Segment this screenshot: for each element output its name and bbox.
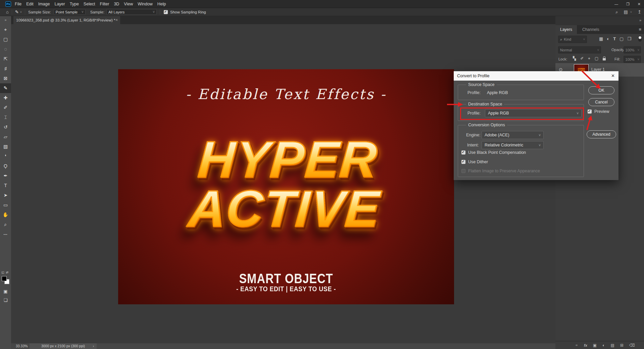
tool-blur[interactable]: ❛ [0, 151, 11, 161]
lock-all-icon[interactable] [603, 58, 606, 60]
tool-history-brush[interactable]: ↺ [0, 122, 11, 132]
tool-lasso[interactable]: ◌ [0, 44, 11, 54]
tool-rectangular-marquee[interactable]: ▢ [0, 35, 11, 44]
dialog-close-icon[interactable]: ✕ [611, 74, 615, 78]
share-icon[interactable]: ↥ [638, 9, 641, 14]
tool-healing-brush[interactable]: ✚ [0, 93, 11, 103]
new-group-icon[interactable]: ▤ [610, 343, 614, 348]
use-dither-row[interactable]: Use Dither [461, 160, 488, 164]
ok-button[interactable]: OK [588, 86, 614, 94]
restore-icon[interactable]: ❐ [626, 2, 630, 6]
menu-file[interactable]: File [15, 2, 21, 6]
lock-image-pixels-icon[interactable]: ✐ [580, 56, 584, 61]
tool-hand[interactable]: ✋ [0, 210, 11, 220]
adjustment-layer-icon[interactable]: ◐ [602, 343, 605, 348]
show-sampling-ring-checkbox[interactable] [164, 10, 168, 14]
canvas-document[interactable]: - Editable Text Effects - HYPER ACTIVE S… [118, 69, 454, 304]
quick-mask-icon[interactable]: ▣ [0, 289, 11, 294]
chevron-down-icon[interactable]: ˅ [20, 10, 22, 14]
search-icon[interactable]: ⌕ [615, 9, 618, 15]
home-icon[interactable]: ⌂ [6, 9, 9, 14]
delete-layer-icon[interactable]: ⌫ [629, 343, 635, 348]
document-tab[interactable]: 10966923_358.psd @ 33.3% (Layer 1, RGB/8… [13, 16, 120, 24]
opacity-value[interactable]: 100% ˅ [624, 46, 641, 53]
tool-move[interactable]: ⌖ [0, 25, 11, 35]
minimize-icon[interactable]: — [614, 2, 618, 6]
destination-space-group: Destination Space Profile: Apple RGB ˅ [458, 104, 584, 121]
document-info[interactable]: 3000 px x 2100 px (300 ppi) › [30, 343, 97, 349]
tool-rectangle[interactable]: ▭ [0, 200, 11, 210]
destination-profile-select[interactable]: Apple RGB ˅ [485, 109, 582, 117]
default-colors-icon[interactable]: ◱ [1, 271, 4, 275]
menu-filter[interactable]: Filter [100, 2, 109, 6]
toolbar-collapse-icon[interactable]: » [0, 16, 11, 25]
menu-edit[interactable]: Edit [26, 2, 34, 6]
dialog-title-bar[interactable]: Convert to Profile ✕ [454, 71, 618, 81]
filter-pixel-layers-icon[interactable]: ▦ [599, 36, 603, 41]
workspace-icon[interactable]: ▤ [624, 9, 628, 14]
tool-frame[interactable]: ⊠ [0, 74, 11, 83]
preview-row[interactable]: Preview [588, 109, 609, 114]
swap-colors-icon[interactable]: ⇄ [6, 271, 9, 275]
filter-shape-layers-icon[interactable]: ▢ [620, 36, 624, 41]
tool-gradient[interactable]: ▧ [0, 142, 11, 151]
screen-mode-icon[interactable]: ❏ [0, 298, 11, 303]
lock-transparent-pixels-icon[interactable]: ▚ [573, 56, 576, 61]
menu-layer[interactable]: Layer [54, 2, 65, 6]
tab-layers[interactable]: Layers [555, 25, 577, 34]
intent-select[interactable]: Relative Colorimetric ˅ [482, 141, 544, 149]
eyedropper-tool-icon[interactable]: ✎ [15, 9, 19, 14]
tool-clone-stamp[interactable]: ⌶ [0, 113, 11, 122]
tool-eyedropper[interactable]: ✎ [0, 83, 11, 93]
link-layers-icon[interactable]: ⚭ [575, 343, 578, 348]
tool-type[interactable]: T [0, 181, 11, 190]
panel-menu-icon[interactable]: ≡ [639, 27, 641, 32]
advanced-button[interactable]: Advanced [587, 130, 616, 138]
tool-pen[interactable]: ✒ [0, 171, 11, 181]
tab-channels[interactable]: Channels [578, 25, 604, 34]
tool-eraser[interactable]: ▱ [0, 132, 11, 142]
tool-dodge[interactable]: Ϙ [0, 161, 11, 171]
use-black-point-compensation-checkbox[interactable] [461, 150, 465, 155]
kind-filter-select[interactable]: ⌕ Kind ˅ [558, 36, 587, 43]
cancel-button[interactable]: Cancel [588, 98, 614, 106]
zoom-level[interactable]: 33.33% [16, 344, 28, 348]
blend-mode-select[interactable]: Normal ˅ [558, 46, 601, 53]
menu-select[interactable]: Select [84, 2, 95, 6]
menu-view[interactable]: View [124, 2, 133, 6]
sample-select[interactable]: All Layers ˅ [106, 9, 157, 15]
chevron-down-icon[interactable]: ˅ [630, 10, 632, 14]
preview-checkbox[interactable] [588, 110, 592, 114]
foreground-color-swatch[interactable] [2, 276, 7, 281]
panel-dock: » Layers Channels ≡ ⌕ Kind ˅ ▦ ◐ T ▢ ❒ N… [555, 16, 644, 349]
engine-select[interactable]: Adobe (ACE) ˅ [482, 131, 544, 139]
use-black-point-compensation-row[interactable]: Use Black Point Compensation [461, 150, 526, 155]
lock-artboard-icon[interactable]: ▢ [595, 56, 598, 61]
menu-3d[interactable]: 3D [114, 2, 119, 6]
menu-help[interactable]: Help [157, 2, 166, 6]
new-layer-icon[interactable]: ⊞ [620, 343, 624, 348]
layer-filter-toggle[interactable] [638, 36, 642, 42]
menu-image[interactable]: Image [38, 2, 50, 6]
filter-type-layers-icon[interactable]: T [613, 36, 616, 41]
chevron-right-icon[interactable]: › [93, 343, 94, 349]
dock-collapse-icon[interactable]: » [639, 18, 641, 22]
tool-more[interactable]: ••• [0, 229, 11, 239]
use-dither-checkbox[interactable] [461, 160, 465, 164]
filter-adjustment-layers-icon[interactable]: ◐ [607, 36, 609, 41]
tool-crop[interactable]: ♯ [0, 64, 11, 74]
sample-size-select[interactable]: Point Sample ˅ [54, 9, 86, 15]
tool-brush[interactable]: ✐ [0, 103, 11, 113]
tool-object-selection[interactable]: ⇱ [0, 54, 11, 64]
menu-window[interactable]: Window [138, 2, 152, 6]
filter-smart-objects-icon[interactable]: ❒ [627, 36, 631, 41]
tab-close-icon[interactable]: ✕ [115, 16, 118, 24]
layer-effects-icon[interactable]: fx [584, 343, 587, 347]
add-layer-mask-icon[interactable]: ▣ [593, 343, 597, 348]
close-icon[interactable]: ✕ [638, 2, 641, 6]
tool-zoom[interactable]: ⌕ [0, 220, 11, 229]
tool-path-selection[interactable]: ➤ [0, 190, 11, 200]
menu-type[interactable]: Type [70, 2, 79, 6]
lock-position-icon[interactable]: ⌖ [588, 56, 590, 61]
fill-value[interactable]: 100% ˅ [624, 56, 641, 63]
